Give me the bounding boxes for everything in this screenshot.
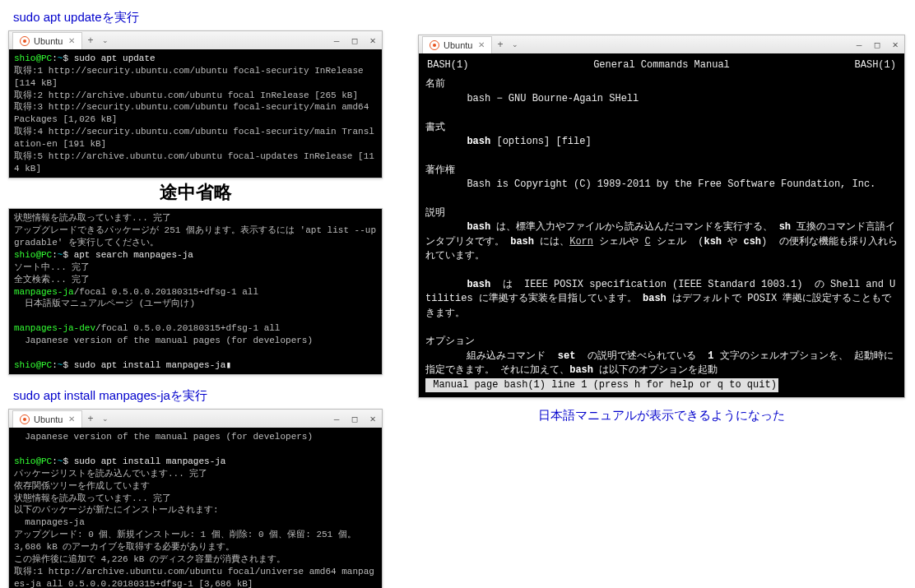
tab-ubuntu[interactable]: Ubuntu ✕	[422, 36, 492, 53]
maximize-button[interactable]: □	[346, 35, 364, 46]
man-section-name: 名前	[425, 78, 445, 90]
man-status-line: Manual page bash(1) line 1 (press h for …	[425, 378, 778, 392]
close-button[interactable]: ✕	[364, 413, 382, 424]
tab-ubuntu[interactable]: Ubuntu ✕	[12, 32, 82, 49]
abbreviation-label: 途中省略	[8, 180, 383, 205]
ubuntu-icon	[20, 414, 30, 424]
maximize-button[interactable]: □	[346, 414, 364, 424]
tab-label: Ubuntu	[444, 40, 472, 50]
new-tab-button[interactable]: +	[492, 39, 508, 50]
tab-menu-chevron-icon[interactable]: ⌄	[509, 40, 522, 49]
terminal-window-3: Ubuntu ✕ + ⌄ — □ ✕ Japanese version of t…	[8, 409, 383, 588]
tab-menu-chevron-icon[interactable]: ⌄	[99, 36, 112, 44]
new-tab-button[interactable]: +	[82, 35, 98, 46]
man-header: BASH(1)General Commands ManualBASH(1)	[425, 58, 898, 77]
tab-close-icon[interactable]: ✕	[478, 40, 485, 49]
minimize-button[interactable]: —	[327, 414, 346, 424]
minimize-button[interactable]: —	[327, 35, 346, 46]
man-section-copyright: 著作権	[425, 164, 455, 176]
tab-close-icon[interactable]: ✕	[68, 414, 75, 424]
terminal-window-man: Ubuntu ✕ + ⌄ — □ ✕ BASH(1)General Comman…	[418, 35, 905, 398]
tab-close-icon[interactable]: ✕	[68, 36, 75, 45]
terminal-window-1: Ubuntu ✕ + ⌄ — □ ✕ shio@PC:~$ sudo apt u…	[8, 30, 383, 178]
titlebar: Ubuntu ✕ + ⌄ — □ ✕	[9, 31, 382, 49]
terminal-body[interactable]: 状態情報を読み取っています... 完了 アップグレードできるパッケージが 251…	[9, 209, 382, 374]
close-button[interactable]: ✕	[886, 39, 904, 50]
terminal-body[interactable]: Japanese version of the manual pages (fo…	[9, 428, 382, 588]
ubuntu-icon	[430, 40, 439, 50]
maximize-button[interactable]: □	[868, 39, 886, 50]
titlebar: Ubuntu ✕ + ⌄ — □ ✕	[419, 35, 904, 53]
man-section-description: 説明	[425, 207, 445, 219]
man-section-options: オプション	[425, 336, 475, 347]
tab-label: Ubuntu	[34, 36, 63, 46]
terminal-window-2: 状態情報を読み取っています... 完了 アップグレードできるパッケージが 251…	[8, 208, 383, 375]
tab-ubuntu[interactable]: Ubuntu ✕	[12, 410, 82, 428]
new-tab-button[interactable]: +	[82, 413, 98, 424]
titlebar: Ubuntu ✕ + ⌄ — □ ✕	[9, 410, 382, 428]
ubuntu-icon	[20, 36, 30, 46]
caption-2: sudo apt install manpages-jaを実行	[13, 388, 383, 404]
terminal-body-man[interactable]: BASH(1)General Commands ManualBASH(1)名前 …	[419, 53, 904, 397]
close-button[interactable]: ✕	[364, 35, 382, 46]
man-section-synopsis: 書式	[425, 122, 445, 133]
minimize-button[interactable]: —	[850, 39, 868, 50]
caption-1: sudo apt updateを実行	[13, 10, 383, 25]
caption-3: 日本語マニュアルが表示できるようになった	[418, 408, 905, 424]
tab-menu-chevron-icon[interactable]: ⌄	[99, 414, 112, 423]
terminal-body[interactable]: shio@PC:~$ sudo apt update 取得:1 http://s…	[9, 49, 382, 178]
tab-label: Ubuntu	[34, 414, 63, 424]
